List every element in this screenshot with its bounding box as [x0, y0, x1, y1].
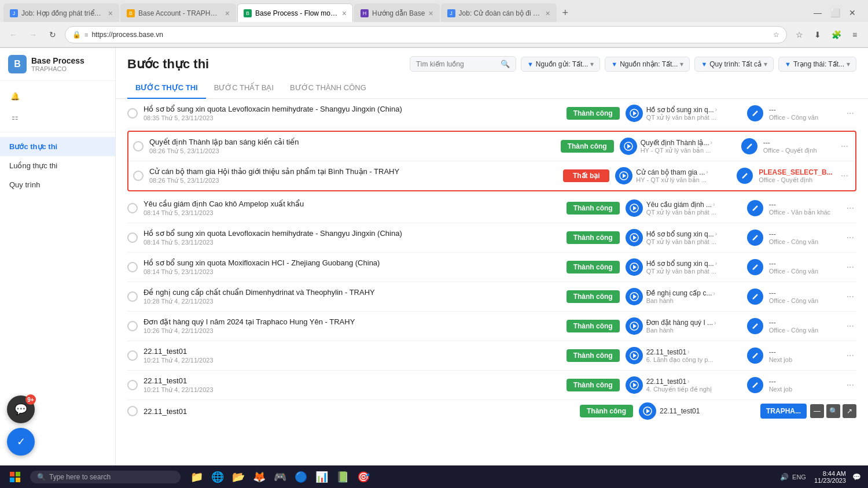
maximize-button[interactable]: ⬜ [827, 5, 843, 20]
edit-button-1[interactable] [747, 105, 763, 121]
star-icon[interactable]: ☆ [773, 31, 779, 39]
url-input[interactable] [91, 31, 770, 39]
edit-button-4[interactable] [747, 200, 763, 216]
item-title-3: Cử cán bộ tham gia Hội thảo giới thiệu s… [149, 167, 557, 176]
item-checkbox-6[interactable] [127, 262, 138, 272]
edit-button-8[interactable] [747, 318, 763, 334]
tab-close-3[interactable]: × [342, 9, 347, 17]
edit-button-6[interactable] [747, 259, 763, 275]
taskbar-search-box[interactable]: 🔍 [30, 471, 181, 483]
tab-close-2[interactable]: × [225, 9, 230, 17]
address-bar[interactable]: 🔒 ≡ ☆ [65, 26, 787, 43]
search-box[interactable]: 🔍 [410, 56, 516, 72]
item-checkbox-11[interactable] [127, 406, 138, 416]
edit-button-2[interactable] [741, 138, 757, 154]
chevron-icon: › [715, 260, 717, 267]
taskbar-app-files[interactable]: 📂 [229, 468, 248, 486]
taskbar-app-excel[interactable]: 📗 [333, 468, 352, 486]
taskbar-app-chrome[interactable]: 🔵 [292, 468, 310, 486]
item-checkbox-1[interactable] [127, 108, 138, 119]
more-button-8[interactable]: ··· [844, 321, 856, 331]
reload-button[interactable]: ↻ [45, 27, 60, 42]
item-checkbox-8[interactable] [127, 321, 138, 331]
filter-quy-trinh[interactable]: ▼ Quy trình: Tất cả ▾ [694, 57, 774, 72]
chevron-icon: › [713, 290, 715, 297]
download-button[interactable]: ⬇ [810, 27, 825, 42]
forward-button[interactable]: → [25, 27, 41, 42]
more-button-6[interactable]: ··· [844, 262, 856, 272]
item-checkbox-9[interactable] [127, 350, 138, 361]
taskbar-app-edge[interactable]: 🌐 [208, 468, 227, 486]
apps-icon-btn[interactable]: ⚏ [3, 106, 27, 127]
more-button-4[interactable]: ··· [844, 203, 856, 213]
item-checkbox-3[interactable] [133, 171, 144, 181]
more-button-1[interactable]: ··· [844, 108, 856, 119]
edit-button-7[interactable] [747, 289, 763, 305]
sidebar-item-quy-trinh[interactable]: Quy trình [0, 175, 115, 194]
taskbar-app-firefox[interactable]: 🦊 [250, 468, 269, 486]
browser-tab-5[interactable]: J Job: Cử đoàn cán bộ đi công t... × [441, 3, 557, 22]
menu-button[interactable]: ≡ [847, 27, 862, 42]
edit-icon [741, 172, 749, 180]
item-checkbox-7[interactable] [127, 291, 138, 302]
taskbar-app-extra[interactable]: 🎯 [354, 468, 373, 486]
back-button[interactable]: ← [6, 27, 21, 42]
tab-close-1[interactable]: × [108, 9, 113, 17]
sidebar-item-luong-thuc-thi[interactable]: Luồng thực thi [0, 156, 115, 175]
edit-button-10[interactable] [747, 377, 763, 393]
task-float-button[interactable]: ✓ [7, 428, 35, 456]
item-checkbox-4[interactable] [127, 203, 138, 213]
edit-button-9[interactable] [747, 347, 763, 364]
item-checkbox-5[interactable] [127, 232, 138, 243]
more-button-5[interactable]: ··· [844, 232, 856, 243]
new-tab-button[interactable]: + [558, 3, 573, 22]
edit-button-5[interactable] [747, 230, 763, 246]
browser-tab-3[interactable]: B Base Process - Flow moves × [237, 3, 353, 22]
close-window-button[interactable]: ✕ [845, 5, 860, 20]
more-button-2[interactable]: ··· [838, 141, 851, 151]
browser-tab-4[interactable]: H Hướng dẫn Base × [354, 3, 440, 22]
mini-open-btn[interactable]: ↗ [843, 404, 856, 418]
mini-search-btn[interactable]: 🔍 [826, 404, 840, 418]
edit-icon [751, 322, 759, 330]
extensions-button[interactable]: 🧩 [829, 27, 844, 42]
tab-buoc-thuc-thi[interactable]: BƯỚC THỰC THI [127, 77, 206, 99]
filter-trang-thai[interactable]: ▼ Trạng thái: Tất... ▾ [778, 57, 856, 72]
windows-start-button[interactable] [5, 467, 25, 487]
sidebar-item-buoc-thuc-thi[interactable]: Bước thực thi [0, 137, 115, 156]
item-flow-9: 22.11_test01 › 6. Lãnh đạo công ty p... [626, 347, 741, 364]
mini-minus-btn[interactable]: — [810, 404, 824, 418]
more-button-7[interactable]: ··· [844, 291, 856, 302]
item-checkbox-2[interactable] [133, 141, 144, 151]
chat-float-button[interactable]: 💬 9+ [7, 395, 35, 423]
taskbar-app-explorer[interactable]: 📁 [187, 468, 206, 486]
filter-nguon-gui[interactable]: ▼ Nguồn gửi: Tất... ▾ [521, 57, 600, 72]
favorites-button[interactable]: ☆ [792, 27, 807, 42]
item-time-4: 08:14 Thứ 5, 23/11/2023 [144, 209, 561, 217]
browser-tab-2[interactable]: B Base Account - TRAPHACO × [120, 3, 236, 22]
tray-volume-icon[interactable]: 🔊 [780, 473, 789, 481]
filter-nguon-nhan[interactable]: ▼ Nguồn nhận: Tất... ▾ [605, 57, 690, 72]
tab-buoc-that-bai[interactable]: BƯỚC THẤT BẠI [206, 77, 282, 99]
more-button-3[interactable]: ··· [838, 171, 851, 181]
notification-icon-btn[interactable]: 🔔 [3, 86, 27, 106]
tab-favicon-1: J [10, 9, 18, 17]
flow-icon-5 [626, 229, 643, 246]
item-title-9: 22.11_test01 [144, 347, 561, 356]
taskbar-app-gear[interactable]: 🎮 [271, 468, 289, 486]
tab-buoc-thanh-cong[interactable]: BƯỚC THÀNH CÔNG [282, 77, 374, 99]
more-button-9[interactable]: ··· [844, 350, 856, 361]
notification-center-button[interactable]: 💬 [849, 470, 863, 484]
item-checkbox-10[interactable] [127, 380, 138, 390]
tab-close-4[interactable]: × [428, 9, 433, 17]
minimize-button[interactable]: — [810, 5, 825, 20]
browser-tab-1[interactable]: J Job: Hợp đồng phát triển ERP 2... × [3, 3, 119, 22]
search-input[interactable] [416, 60, 497, 68]
edit-button-3[interactable] [737, 168, 753, 184]
more-button-10[interactable]: ··· [844, 380, 856, 390]
status-badge-6: Thành công [567, 261, 620, 273]
taskbar-app-teams[interactable]: 📊 [312, 468, 331, 486]
tab-close-5[interactable]: × [545, 9, 550, 17]
taskbar-search-input[interactable] [49, 473, 174, 481]
app-container: B Base Process TRAPHACO 🔔 ⚏ Bước thực th… [0, 48, 868, 465]
